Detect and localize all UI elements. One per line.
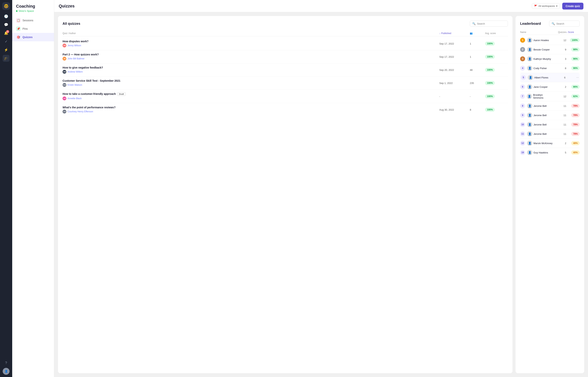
table-row[interactable]: How to take a customer-friendly approach…: [63, 90, 508, 103]
table-row[interactable]: Part 2 — How quizzes work? JB John Bill …: [63, 50, 508, 63]
lb-name: Jerome Bell: [534, 114, 547, 117]
lb-name-cell: 9 👤 Jerome Bell: [520, 113, 553, 118]
notification-badge: 8: [6, 30, 9, 33]
quiz-author: JB John Bill Ballmer: [63, 57, 439, 60]
table-row[interactable]: What's the point of performance reviews?…: [63, 103, 508, 116]
chat-icon[interactable]: 💬: [3, 21, 10, 28]
list-item[interactable]: 7 👤 Brooklyn Simmons 12 82%: [520, 92, 580, 101]
lb-th-score[interactable]: ↓ Score: [566, 31, 580, 34]
lb-score-badge: 86%: [571, 85, 580, 89]
left-nav: Coaching Silvio's Space 📋 Sessions 📌 Pin…: [12, 0, 54, 377]
lb-quizzes: 9: [553, 48, 566, 51]
app-title: Coaching: [12, 4, 54, 10]
lb-name: Guy Hawkins: [534, 151, 548, 154]
more-button[interactable]: ···: [576, 76, 579, 79]
lb-score-badge: 78%: [571, 104, 580, 108]
lb-name: Cody Fisher: [534, 67, 547, 70]
lb-name-cell: 10 👤 Jerome Bell: [520, 122, 553, 127]
rank-badge: 9: [520, 113, 525, 118]
lb-name-cell: 6 👤 Jane Cooper: [520, 84, 553, 90]
lb-quizzes: 2: [553, 142, 566, 145]
table-row[interactable]: Customer Service Skill Test - September …: [63, 77, 508, 90]
quiz-name-cell: Part 2 — How quizzes work? JB John Bill …: [63, 53, 439, 60]
list-item[interactable]: 11 👤 Jerome Bell 11 78%: [520, 129, 580, 139]
quiz-name: How to take a customer-friendly approach…: [63, 92, 439, 96]
pins-label: Pins: [23, 27, 28, 30]
list-item[interactable]: 1 👤 Aaron Howles 12 100%: [520, 35, 580, 45]
quiz-count: 8: [470, 108, 485, 111]
author-name: Courtney Henry Effenson: [67, 110, 93, 113]
create-quiz-button[interactable]: Create quiz: [562, 3, 583, 10]
author-avatar: JB: [63, 57, 66, 60]
lb-name: Jane Cooper: [534, 85, 548, 88]
author-avatar: CH: [63, 110, 66, 114]
quiz-author: CH Courtney Henry Effenson: [63, 110, 439, 114]
th-count: 👥: [470, 32, 485, 35]
quiz-author: KW Kristin Watson: [63, 83, 439, 87]
quiz-date: Sep 17, 2022: [439, 55, 470, 58]
table-row[interactable]: How to give negative feedback? AW Andrew…: [63, 63, 508, 77]
quiz-name: Part 2 — How quizzes work?: [63, 53, 439, 56]
lb-search-icon: 🔍: [551, 22, 555, 25]
clock-icon[interactable]: 🕐: [3, 13, 10, 20]
rank-badge-silver: 2: [520, 47, 525, 52]
lb-quizzes: 12: [553, 39, 566, 42]
lb-name-cell: 3 👤 Kathryn Murphy: [520, 56, 553, 61]
sidebar-item-pins[interactable]: 📌 Pins: [12, 24, 54, 33]
lb-name: Bessie Cooper: [534, 48, 550, 51]
topbar-right: 🚩 All workspaces ▾ Create quiz: [532, 3, 583, 10]
cap-icon[interactable]: 🎓: [3, 55, 10, 62]
panels: All quizzes 🔍 Quiz / Author ↓ Published …: [54, 12, 588, 377]
lb-quizzes: 8: [553, 67, 566, 70]
lb-avatar: 👤: [527, 47, 532, 52]
lb-avatar: 👤: [527, 94, 532, 99]
table-row[interactable]: How disputes work? JW Jenny Wilson Sep 1…: [63, 37, 508, 50]
quiz-panel-title: All quizzes: [63, 22, 80, 26]
list-item[interactable]: 5 👤 Albert Flores 6 ···: [520, 73, 580, 82]
lightning-icon[interactable]: ⚡: [3, 47, 10, 53]
quiz-name: Customer Service Skill Test - September …: [63, 79, 439, 82]
lb-quizzes: 12: [553, 95, 566, 98]
workspace-flag-icon: 🚩: [534, 5, 537, 7]
leaderboard-search-box[interactable]: 🔍: [549, 21, 580, 27]
workspace-selector[interactable]: 🚩 All workspaces ▾: [532, 3, 560, 9]
quiz-name: How to give negative feedback?: [63, 66, 439, 69]
sidebar-item-sessions[interactable]: 📋 Sessions: [12, 16, 54, 24]
th-published[interactable]: ↓ Published: [439, 32, 470, 35]
space-label: Silvio's Space: [12, 10, 54, 16]
quiz-name-cell: Customer Service Skill Test - September …: [63, 79, 439, 87]
list-item[interactable]: 19 👤 Guy Hawkins 5 40%: [520, 148, 580, 157]
task-icon[interactable]: ✓: [3, 38, 10, 45]
th-quiz-author: Quiz / Author: [63, 32, 439, 35]
rank-badge: 8: [520, 103, 525, 108]
lb-score-badge: 78%: [571, 122, 580, 127]
list-item[interactable]: 4 👤 Cody Fisher 8 96%: [520, 64, 580, 73]
list-item[interactable]: 10 👤 Jerome Bell 11 78%: [520, 120, 580, 129]
help-icon[interactable]: ?: [3, 359, 10, 366]
user-avatar[interactable]: 👤: [3, 368, 10, 375]
list-item[interactable]: 6 👤 Jane Cooper 2 86%: [520, 82, 580, 92]
list-item[interactable]: 3 👤 Kathryn Murphy 3 96%: [520, 54, 580, 64]
list-item[interactable]: 2 👤 Bessie Cooper 9 98%: [520, 45, 580, 54]
list-item[interactable]: 12 👤 Marvin McKinney 2 48%: [520, 139, 580, 148]
list-item[interactable]: 8 👤 Jerome Bell 11 78%: [520, 101, 580, 111]
list-item[interactable]: 9 👤 Jerome Bell 11 78%: [520, 111, 580, 120]
lb-score-badge: 40%: [571, 150, 580, 155]
notification-icon[interactable]: 🔔 8: [3, 30, 10, 36]
quiz-search-input[interactable]: [477, 22, 505, 25]
lb-name-cell: 8 👤 Jerome Bell: [520, 103, 553, 108]
lb-score-cell: 78%: [566, 122, 580, 127]
lb-score-badge: 78%: [571, 132, 580, 136]
leaderboard-search-input[interactable]: [556, 22, 577, 25]
quiz-date: Aug 30, 2022: [439, 108, 470, 111]
lb-avatar: 👤: [527, 131, 532, 137]
quiz-name-cell: How disputes work? JW Jenny Wilson: [63, 40, 439, 47]
score-badge: 100%: [485, 55, 495, 59]
lb-table-header: Name Quizzes ↓ Score: [520, 30, 580, 35]
rank-badge: 4: [520, 66, 525, 71]
lb-score-cell: 98%: [566, 47, 580, 52]
sidebar-item-quizzes[interactable]: 🎯 Quizzes: [12, 33, 54, 41]
quiz-search-box[interactable]: 🔍: [470, 21, 508, 27]
lb-score-badge: 96%: [571, 57, 580, 61]
rank-badge-bronze: 3: [520, 56, 525, 61]
